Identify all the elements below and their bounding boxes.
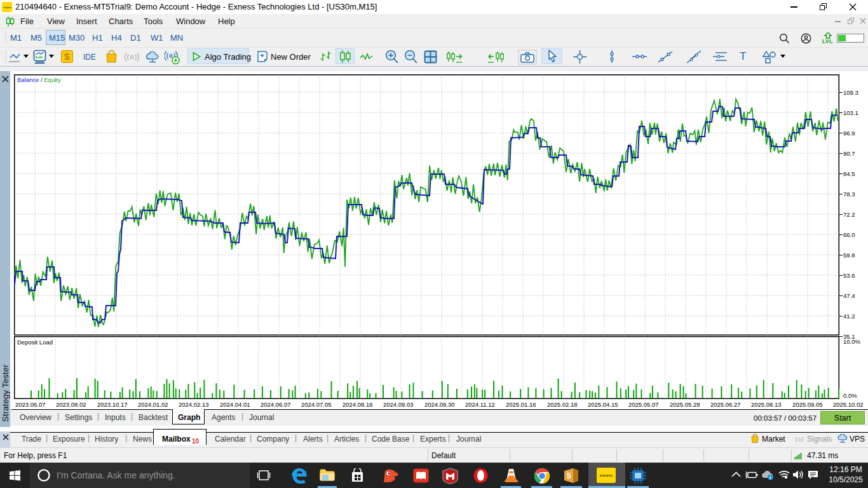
svg-text:5: 5 bbox=[567, 471, 571, 480]
svg-text:Strategy Tester: Strategy Tester bbox=[1, 364, 10, 422]
